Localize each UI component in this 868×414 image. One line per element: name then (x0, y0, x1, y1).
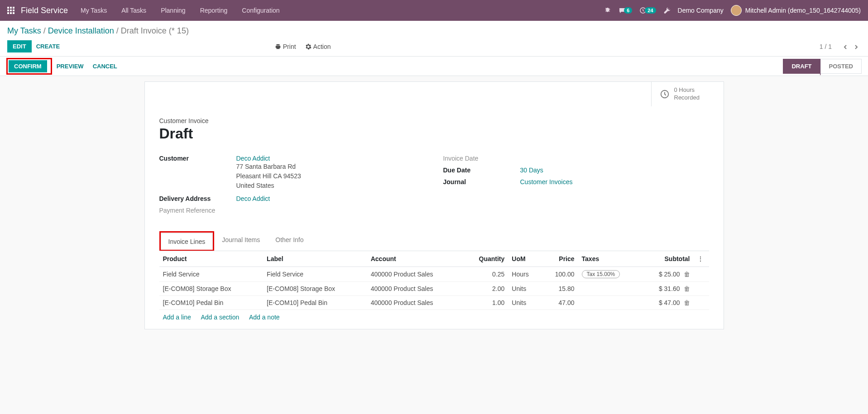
svg-rect-4 (10, 10, 12, 11)
edit-button[interactable]: EDIT (7, 40, 32, 52)
breadcrumb-my-tasks[interactable]: My Tasks (7, 26, 41, 35)
th-product[interactable]: Product (159, 251, 264, 267)
print-button[interactable]: Print (275, 43, 296, 50)
svg-rect-3 (7, 10, 9, 11)
cancel-button[interactable]: CANCEL (88, 60, 122, 72)
th-uom[interactable]: UoM (508, 251, 541, 267)
journal-value[interactable]: Customer Invoices (520, 178, 573, 186)
cell-price[interactable]: 100.00 (542, 266, 578, 281)
trash-icon[interactable]: 🗑 (684, 271, 690, 278)
status-bar: CONFIRM PREVIEW CANCEL DRAFT POSTED (0, 56, 868, 76)
create-button[interactable]: CREATE (32, 40, 64, 52)
page-title: Draft (159, 125, 709, 142)
cell-tax[interactable]: Tax 15.00% (578, 266, 641, 281)
customer-addr1: 77 Santa Barbara Rd (236, 162, 425, 171)
preview-button[interactable]: PREVIEW (52, 60, 88, 72)
label-invoice-date: Invoice Date (443, 155, 520, 162)
th-account[interactable]: Account (367, 251, 463, 267)
th-price[interactable]: Price (542, 251, 578, 267)
cell-account[interactable]: 400000 Product Sales (367, 281, 463, 295)
stat-hours-recorded[interactable]: 0 Hours Recorded (651, 82, 724, 106)
tools-icon[interactable] (663, 7, 671, 14)
due-date-value[interactable]: 30 Days (520, 167, 543, 174)
cell-account[interactable]: 400000 Product Sales (367, 295, 463, 309)
cell-uom[interactable]: Units (508, 295, 541, 309)
add-section-link[interactable]: Add a section (201, 314, 239, 321)
cell-product[interactable]: [E-COM08] Storage Box (159, 281, 264, 295)
cell-label[interactable]: [E-COM10] Pedal Bin (263, 295, 367, 309)
table-row[interactable]: [E-COM08] Storage Box[E-COM08] Storage B… (159, 281, 709, 295)
apps-icon[interactable] (7, 7, 14, 14)
activities-badge: 24 (645, 7, 656, 14)
cell-price[interactable]: 47.00 (542, 295, 578, 309)
nav-planning[interactable]: Planning (161, 7, 186, 14)
svg-rect-7 (10, 12, 12, 14)
breadcrumb: My Tasks / Device Installation / Draft I… (7, 26, 861, 36)
cell-product[interactable]: Field Service (159, 266, 264, 281)
cell-subtotal: $ 31.60 🗑 (641, 281, 693, 295)
invoice-lines-table: Product Label Account Quantity UoM Price… (159, 251, 709, 310)
cell-price[interactable]: 15.80 (542, 281, 578, 295)
form-sheet: 0 Hours Recorded Customer Invoice Draft … (144, 81, 724, 329)
cell-uom[interactable]: Units (508, 281, 541, 295)
bug-icon[interactable] (604, 7, 611, 14)
label-customer: Customer (159, 155, 236, 190)
stat-line2: Recorded (674, 94, 700, 102)
label-due-date: Due Date (443, 167, 520, 174)
svg-rect-6 (7, 12, 9, 14)
status-posted[interactable]: POSTED (820, 59, 862, 74)
cell-product[interactable]: [E-COM10] Pedal Bin (159, 295, 264, 309)
user-menu[interactable]: Mitchell Admin (demo_150_1642744005) (731, 5, 861, 16)
top-navbar: Field Service My Tasks All Tasks Plannin… (0, 0, 868, 21)
nav-all-tasks[interactable]: All Tasks (121, 7, 146, 14)
tab-journal-items[interactable]: Journal Items (214, 231, 268, 251)
pager-prev[interactable] (843, 43, 848, 50)
brand-title[interactable]: Field Service (21, 6, 68, 15)
tab-other-info[interactable]: Other Info (268, 231, 311, 251)
cell-tax[interactable] (578, 295, 641, 309)
add-line-link[interactable]: Add a line (163, 314, 191, 321)
messages-icon[interactable]: 6 (619, 7, 632, 14)
nav-my-tasks[interactable]: My Tasks (81, 7, 107, 14)
table-row[interactable]: [E-COM10] Pedal Bin[E-COM10] Pedal Bin40… (159, 295, 709, 309)
company-name[interactable]: Demo Company (678, 7, 724, 14)
svg-rect-2 (13, 7, 14, 9)
activities-icon[interactable]: 24 (639, 7, 656, 14)
cell-tax[interactable] (578, 281, 641, 295)
cell-label[interactable]: [E-COM08] Storage Box (263, 281, 367, 295)
customer-addr2: Pleasant Hill CA 94523 (236, 171, 425, 181)
statusbar: DRAFT POSTED (783, 59, 862, 74)
kebab-icon[interactable]: ⋮ (697, 255, 705, 262)
add-note-link[interactable]: Add a note (249, 314, 280, 321)
nav-configuration[interactable]: Configuration (242, 7, 279, 14)
breadcrumb-device-installation[interactable]: Device Installation (48, 26, 114, 35)
cell-account[interactable]: 400000 Product Sales (367, 266, 463, 281)
label-payref: Payment Reference (159, 207, 236, 214)
user-name: Mitchell Admin (demo_150_1642744005) (745, 7, 861, 14)
th-taxes[interactable]: Taxes (578, 251, 641, 267)
th-subtotal[interactable]: Subtotal (641, 251, 693, 267)
trash-icon[interactable]: 🗑 (684, 299, 690, 306)
nav-reporting[interactable]: Reporting (200, 7, 228, 14)
trash-icon[interactable]: 🗑 (684, 285, 690, 292)
cell-uom[interactable]: Hours (508, 266, 541, 281)
section-label: Customer Invoice (159, 117, 709, 124)
cell-qty[interactable]: 1.00 (463, 295, 508, 309)
cell-label[interactable]: Field Service (263, 266, 367, 281)
tabs: Invoice Lines Journal Items Other Info (159, 231, 709, 251)
cell-qty[interactable]: 2.00 (463, 281, 508, 295)
tab-invoice-lines[interactable]: Invoice Lines (161, 233, 213, 250)
delivery-link[interactable]: Deco Addict (236, 195, 270, 202)
pager-next[interactable] (854, 43, 859, 50)
customer-link[interactable]: Deco Addict (236, 155, 270, 162)
status-draft[interactable]: DRAFT (783, 59, 820, 74)
table-row[interactable]: Field ServiceField Service400000 Product… (159, 266, 709, 281)
th-label[interactable]: Label (263, 251, 367, 267)
confirm-button[interactable]: CONFIRM (9, 60, 47, 72)
cell-qty[interactable]: 0.25 (463, 266, 508, 281)
stat-line1: 0 Hours (674, 86, 700, 94)
action-button[interactable]: Action (305, 43, 331, 50)
customer-addr3: United States (236, 181, 425, 190)
th-qty[interactable]: Quantity (463, 251, 508, 267)
avatar-icon (731, 5, 742, 16)
